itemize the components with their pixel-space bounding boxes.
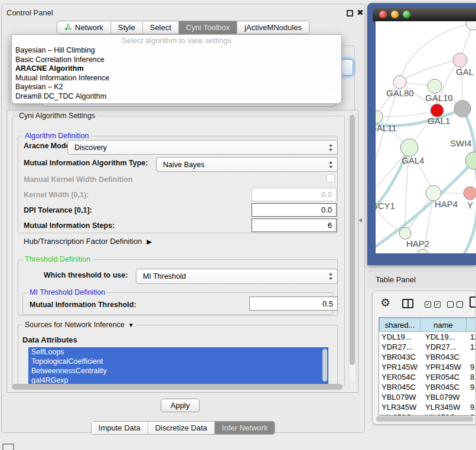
table-cell: YDL19... [420,332,467,342]
groupbox-title: MI Threshold Definition [28,288,107,296]
tab-infer-network[interactable]: Infer Network [214,422,275,434]
attribute-item[interactable]: TopologicalCoefficient [28,357,328,366]
sources-toggle[interactable]: Sources for Network Inference▼ [23,321,136,329]
tab-network[interactable]: Network [57,21,110,34]
algorithm-option[interactable]: Mutual Information Inference [12,74,341,83]
stepper-arrows-icon [329,273,333,280]
tab-discretize-data[interactable]: Discretize Data [148,422,214,434]
network-node-gal1[interactable] [431,104,444,117]
network-node-y[interactable] [464,187,476,200]
network-node-gal4[interactable] [400,139,418,156]
columns-icon[interactable] [402,299,413,308]
table-cell [467,392,476,402]
table-row[interactable]: YPR145WYPR145W9. [379,362,476,372]
groupbox-title: Threshold Definition [23,255,92,263]
table-cell: YIL052C [420,412,467,415]
column-header[interactable] [467,318,476,332]
tab-jactivemnodules[interactable]: jActiveMNodules [237,21,309,34]
settings-vertical-scrollbar[interactable] [348,112,356,383]
attribute-item[interactable]: BetweennessCentrality [28,366,328,376]
algorithm-list: Bayesian – Hill ClimbingBasic Correlatio… [12,46,341,101]
node-label: Y [467,200,473,210]
table-row[interactable]: YBL079WYBL079W [379,392,476,402]
table-cell: YDR27... [379,342,420,352]
attribute-item[interactable]: SelfLoops [28,347,328,357]
table-panel-window: ⚙ ✓ ✓ shared... name YDL19...YDL19...13Y… [372,291,476,425]
gear-icon[interactable]: ⚙ [380,296,390,309]
table-cell: 8. [467,372,476,382]
table-row[interactable]: YDL19...YDL19...13 [379,332,476,342]
table-cell: 9. [467,382,476,392]
unchecked-checkbox-icon[interactable] [447,301,454,308]
manual-kernel-label: Manual Kernel Width Definition [24,175,133,184]
dpi-tolerance-label: DPI Tolerance [0,1]: [24,206,92,214]
node-label: GAL11 [376,123,397,133]
tab-impute-data[interactable]: Impute Data [92,422,148,434]
network-node[interactable] [466,21,476,30]
zoom-traffic-light[interactable] [403,11,410,18]
dpi-tolerance-field[interactable]: 0.0 [252,203,337,217]
checked-checkbox-icon[interactable]: ✓ [434,301,441,308]
close-icon[interactable]: ✖ [357,8,364,17]
tab-cyni-toolbox[interactable]: Cyni Toolbox [178,21,237,34]
algorithm-option[interactable]: Bayesian – Hill Climbing [12,46,341,56]
node-label: GAL80 [386,88,414,98]
cyni-bottom-tabbar: Impute Data Discretize Data Infer Networ… [91,421,275,435]
hub-definition-toggle[interactable]: Hub/Transcription Factor Definition▶ [24,237,152,246]
node-label: SWI4 [450,138,472,148]
network-node-hap2[interactable] [399,227,411,239]
panel-splitter-handle[interactable] [358,218,362,223]
table-row[interactable]: YIL052CYIL052C9. [379,412,476,415]
algorithm-option[interactable]: ARACNE Algorithm [12,64,341,74]
popup-placeholder: Select algorithm to view settings [12,35,341,46]
manual-kernel-checkbox[interactable] [327,174,335,182]
minimized-panel-icon[interactable] [2,444,14,450]
close-traffic-light[interactable] [379,11,387,18]
table-row[interactable]: YBR043CYBR043C [379,352,476,362]
algorithm-option[interactable]: Dream8 DC_TDC Algorithm [12,92,341,102]
minimize-traffic-light[interactable] [391,11,399,18]
mi-algorithm-type-select[interactable]: Naive Bayes [156,157,338,172]
mi-steps-field[interactable]: 6 [252,219,337,232]
algorithm-combobox-stepper[interactable] [341,59,353,76]
expanded-arrow-icon: ▼ [128,322,134,328]
which-threshold-select[interactable]: MI Threshold [136,269,338,284]
mi-threshold-field[interactable]: 0.5 [249,296,338,311]
cyni-settings-panel: Cyni Algorithm Settings Algorithm Defini… [6,110,358,393]
network-node-gal[interactable] [453,53,467,67]
algorithm-option[interactable]: Bayesian – K2 [12,83,341,92]
table-horizontal-scrollbar[interactable] [376,416,473,422]
float-window-icon[interactable] [347,10,353,17]
network-node-gal11[interactable] [376,110,383,123]
column-header[interactable]: name [420,318,467,332]
network-window-titlebar[interactable] [373,8,476,21]
table-row[interactable]: YDR27...YDR27...12 [379,342,476,352]
scrollbar-thumb[interactable] [350,115,355,365]
checked-checkbox-icon[interactable]: ✓ [425,301,431,308]
table-cell: YBR043C [379,352,420,362]
column-header[interactable]: shared... [379,318,420,332]
table-header-row: shared... name [379,318,476,332]
tab-select[interactable]: Select [142,21,178,34]
list-scrollbar[interactable] [322,349,327,381]
apply-button[interactable]: Apply [161,399,200,412]
table-row[interactable]: YLR345WYLR345W9. [379,402,476,412]
network-node-gal80[interactable] [393,76,406,89]
tab-style[interactable]: Style [110,21,142,34]
algorithm-option[interactable]: Basic Correlation Inference [12,56,341,65]
table-row[interactable]: YER054CYER054C8. [379,372,476,382]
data-attributes-list[interactable]: SelfLoopsTopologicalCoefficientBetweenne… [28,347,328,385]
table-row[interactable]: YBR045CYBR045C9. [379,382,476,392]
stepper-arrows-icon [329,161,333,168]
control-panel-window: Control Panel ✖ Network Style Select Cyn… [1,4,365,433]
network-node-gal10[interactable] [428,79,442,93]
network-node[interactable] [454,100,471,117]
network-canvas[interactable]: GALGAL80GAL10GAL1GAL11GAL4SWI4GCY1HAP4YH… [376,21,476,253]
unchecked-checkbox-icon[interactable] [457,301,463,308]
aracne-mode-label: Aracne Mode: [24,142,73,150]
groupbox-title: Cyni Algorithm Settings [17,112,97,120]
kernel-width-label: Kernel Width (0,1): [24,191,89,199]
settings-horizontal-scrollbar[interactable] [12,384,343,390]
aracne-mode-select[interactable]: Discovery [67,140,338,155]
document-icon[interactable] [470,296,476,308]
